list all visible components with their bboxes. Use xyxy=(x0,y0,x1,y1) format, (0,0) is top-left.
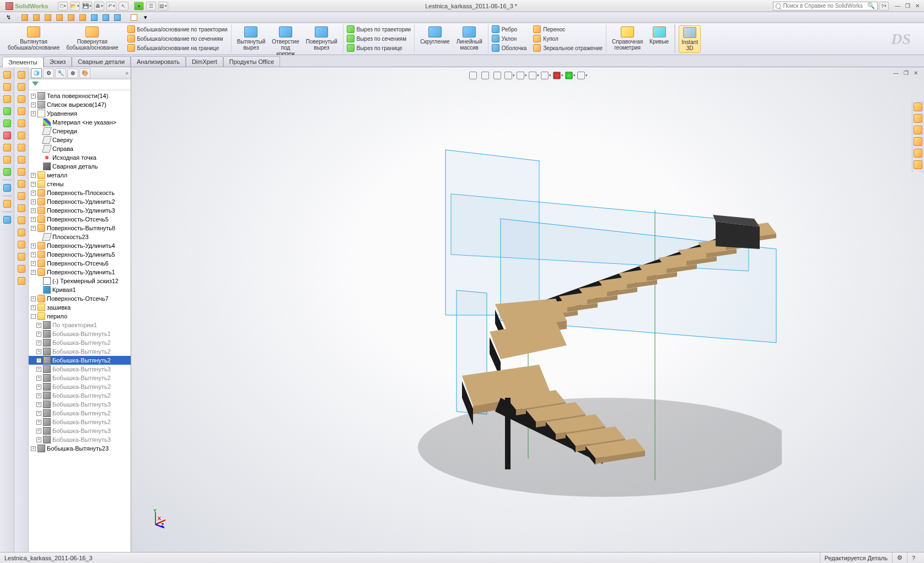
taskpane-lib[interactable] xyxy=(914,114,923,124)
tree-node[interactable]: +Бобышка-Вытянуть2 xyxy=(29,382,131,391)
taskpane-view[interactable] xyxy=(914,137,923,147)
vtb2-btn[interactable] xyxy=(16,154,27,165)
tree-node[interactable]: +Бобышка-Вытянуть3 xyxy=(29,365,131,373)
tree-node[interactable]: Кривая1 xyxy=(29,285,131,294)
tree-filter[interactable] xyxy=(29,79,131,90)
qa-new[interactable]: □ xyxy=(58,2,68,10)
vtb2-btn[interactable] xyxy=(16,178,27,190)
ts-cube-7[interactable] xyxy=(89,13,99,22)
vtb2-btn[interactable] xyxy=(16,275,27,286)
qa-options[interactable]: ☰ xyxy=(146,2,156,10)
vtb2-btn[interactable] xyxy=(16,203,27,214)
ts-more[interactable]: ▾ xyxy=(141,13,151,22)
tree-node[interactable]: +Бобышка-Вытянуть2 xyxy=(29,418,131,426)
tree-node[interactable]: +металл xyxy=(29,171,131,180)
status-unit[interactable]: ? xyxy=(907,553,920,563)
vtb2-btn[interactable] xyxy=(16,263,27,274)
qa-undo[interactable]: ↶ xyxy=(106,2,116,10)
cmd-hole-wizard[interactable]: Отверстие под крепеж xyxy=(270,25,301,58)
cmd-loft-cut[interactable]: Вырез по сечениям xyxy=(346,34,412,43)
viewport[interactable]: — ❐ ✕ xyxy=(131,67,924,552)
tree-node[interactable]: (-) Трехмерный эскиз12 xyxy=(29,277,131,285)
ts-cube-3[interactable] xyxy=(43,13,53,22)
tree-tab-config[interactable]: 🔧 xyxy=(55,68,66,78)
view-orient[interactable] xyxy=(516,71,527,80)
tree-node[interactable]: +Бобышка-Вытянуть2 xyxy=(29,373,131,382)
cmd-rib[interactable]: Ребро xyxy=(491,25,528,34)
view-hide[interactable] xyxy=(540,71,551,80)
tree-node[interactable]: +Поверхность-Удлинить1 xyxy=(29,268,131,277)
ts-cube-8[interactable] xyxy=(101,13,111,22)
tree-node[interactable]: +Поверхность-Удлинить2 xyxy=(29,197,131,206)
ts-arrow[interactable]: ↯ xyxy=(3,13,13,22)
cmd-shell[interactable]: Оболочка xyxy=(491,44,528,52)
doc-min[interactable]: — xyxy=(892,69,900,76)
tree-node[interactable]: Спереди xyxy=(29,127,131,136)
tree-node[interactable]: -перило xyxy=(29,312,131,321)
qa-more[interactable]: ▤ xyxy=(158,2,168,10)
vtb1-btn[interactable] xyxy=(2,182,13,193)
feature-tree[interactable]: +Тела поверхности(14)+Список вырезов(147… xyxy=(29,90,131,552)
tree-node[interactable]: +Бобышка-Вытянуть3 xyxy=(29,426,131,435)
vtb2-btn[interactable] xyxy=(16,142,27,153)
qa-print[interactable]: 🖶 xyxy=(94,2,104,10)
view-display[interactable] xyxy=(528,71,539,80)
view-settings[interactable] xyxy=(577,71,588,80)
tree-node[interactable]: +стены xyxy=(29,180,131,188)
tree-node[interactable]: +Бобышка-Вытянуть3 xyxy=(29,400,131,409)
ts-cube-5[interactable] xyxy=(66,13,76,22)
cmd-linear-pattern[interactable]: Линейный массив xyxy=(454,25,485,52)
vtb2-btn[interactable] xyxy=(16,94,27,105)
taskpane-appear[interactable] xyxy=(914,149,923,159)
tree-node[interactable]: +Бобышка-Вытянуть2 xyxy=(29,338,131,347)
vtb2-btn[interactable] xyxy=(16,191,27,202)
status-custom[interactable]: ⚙ xyxy=(892,553,907,563)
vtb1-btn[interactable] xyxy=(2,82,13,93)
tree-node[interactable]: +Бобышка-Вытянуть2 xyxy=(29,347,131,356)
tree-node[interactable]: Справа xyxy=(29,144,131,153)
vtb2-btn[interactable] xyxy=(16,118,27,129)
vtb1-btn[interactable] xyxy=(2,130,13,141)
minimize-button[interactable]: — xyxy=(893,2,902,10)
tree-node[interactable]: +Бобышка-Вытянуть2 xyxy=(29,356,131,365)
view-zoom-fit[interactable] xyxy=(468,71,479,80)
taskpane-custom[interactable] xyxy=(914,160,923,170)
tab-office[interactable]: Продукты Office xyxy=(223,56,280,67)
qa-select[interactable]: ↖ xyxy=(119,2,128,10)
vtb2-btn[interactable] xyxy=(16,215,27,226)
doc-restore[interactable]: ❐ xyxy=(902,69,910,76)
tab-sketch[interactable]: Эскиз xyxy=(44,56,72,67)
vtb2-btn[interactable] xyxy=(16,239,27,250)
qa-open[interactable]: 📂 xyxy=(70,2,80,10)
tree-node[interactable]: +Бобышка-Вытянуть3 xyxy=(29,435,131,444)
cmd-fillet[interactable]: Скругление xyxy=(418,25,452,52)
tab-dimxpert[interactable]: DimXpert xyxy=(186,56,223,67)
vtb1-btn[interactable] xyxy=(2,154,13,165)
vtb1-btn[interactable] xyxy=(2,69,13,80)
vtb1-btn[interactable] xyxy=(2,142,13,153)
help-search[interactable]: 🔍 xyxy=(773,2,878,10)
vtb1-btn[interactable] xyxy=(2,166,13,177)
restore-button[interactable]: ❐ xyxy=(903,2,912,10)
cmd-dome[interactable]: Купол xyxy=(532,34,604,43)
cmd-loft-boss[interactable]: Бобышка/основание по сечениям xyxy=(126,34,229,43)
vtb2-btn[interactable] xyxy=(16,166,27,177)
ts-cube-9[interactable] xyxy=(112,13,122,22)
tree-node[interactable]: +Поверхность-Плоскость xyxy=(29,188,131,197)
ts-cube-1[interactable] xyxy=(20,13,30,22)
tree-node[interactable]: +По траектории1 xyxy=(29,321,131,329)
tree-node[interactable]: +Тела поверхности(14) xyxy=(29,91,131,100)
tree-node[interactable]: +Бобышка-Вытянуть1 xyxy=(29,329,131,338)
cmd-revolve-cut[interactable]: Повернутый вырез xyxy=(304,25,340,58)
view-scene[interactable] xyxy=(565,71,576,80)
view-prev[interactable] xyxy=(492,71,503,80)
vtb2-btn[interactable] xyxy=(16,227,27,238)
vtb1-btn[interactable] xyxy=(2,118,13,129)
tree-node[interactable]: +Поверхность-Удлинить4 xyxy=(29,241,131,250)
qa-save[interactable]: 💾 xyxy=(82,2,92,10)
cmd-boundary-boss[interactable]: Бобышка/основание на границе xyxy=(126,44,229,52)
vtb1-btn[interactable] xyxy=(2,94,13,105)
tree-node[interactable]: +Поверхность-Удлинить3 xyxy=(29,206,131,215)
vtb1-btn[interactable] xyxy=(2,106,13,117)
tree-tab-dimxpert[interactable]: ⊕ xyxy=(67,68,78,78)
